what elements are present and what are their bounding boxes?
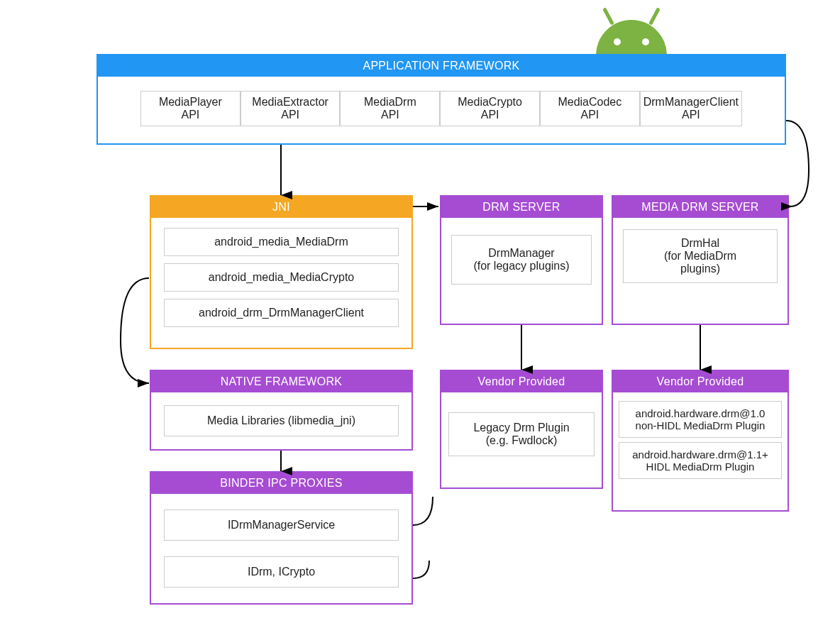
application-framework-header: APPLICATION FRAMEWORK — [98, 55, 785, 77]
android-robot-icon — [589, 7, 674, 54]
drm-server-block: DRM SERVER DrmManager (for legacy plugin… — [440, 195, 603, 325]
drm-manager-cell: DrmManager (for legacy plugins) — [451, 235, 592, 285]
api-label: MediaDrm — [364, 96, 416, 109]
idrmmanagerservice-cell: IDrmManagerService — [164, 509, 399, 541]
media-drm-server-block: MEDIA DRM SERVER DrmHal (for MediaDrm pl… — [612, 195, 789, 325]
binder-header: BINDER IPC PROXIES — [151, 473, 411, 494]
api-label: API — [381, 109, 399, 121]
legacy-plugin-label: Legacy Drm Plugin — [452, 422, 591, 434]
api-mediacodec: MediaCodec API — [540, 91, 640, 126]
api-label: MediaCrypto — [458, 96, 522, 109]
api-label: MediaPlayer — [159, 96, 222, 109]
vendor2-body: android.hardware.drm@1.0 non-HIDL MediaD… — [613, 392, 788, 487]
drm10-cell: android.hardware.drm@1.0 non-HIDL MediaD… — [619, 401, 782, 438]
api-drmmanagerclient: DrmManagerClient API — [640, 91, 742, 126]
drmhal-sublabel: (for MediaDrm — [626, 250, 774, 263]
media-drm-server-header: MEDIA DRM SERVER — [613, 197, 788, 218]
api-mediaextractor: MediaExtractor API — [241, 91, 341, 126]
binder-body: IDrmManagerService IDrm, ICrypto — [151, 494, 411, 603]
api-label: MediaExtractor — [252, 96, 328, 109]
vendor2-header: Vendor Provided — [613, 371, 788, 392]
drm11-cell: android.hardware.drm@1.1+ HIDL MediaDrm … — [619, 442, 782, 479]
native-framework-header: NATIVE FRAMEWORK — [151, 371, 411, 392]
native-framework-body: Media Libraries (libmedia_jni) — [151, 392, 411, 449]
drmhal-cell: DrmHal (for MediaDrm plugins) — [623, 229, 778, 283]
api-label: API — [682, 109, 700, 121]
api-label: DrmManagerClient — [643, 96, 739, 109]
legacy-plugin-sublabel: (e.g. Fwdlock) — [452, 434, 591, 447]
application-framework-body: MediaPlayer API MediaExtractor API Media… — [98, 77, 785, 141]
vendor-provided-hidl-block: Vendor Provided android.hardware.drm@1.0… — [612, 370, 789, 512]
drm10-label: android.hardware.drm@1.0 — [621, 407, 780, 419]
jni-item-mediacrypto: android_media_MediaCrypto — [164, 263, 399, 292]
native-framework-block: NATIVE FRAMEWORK Media Libraries (libmed… — [150, 370, 413, 451]
drmhal-label: DrmHal — [626, 237, 774, 250]
api-label: API — [481, 109, 499, 121]
api-mediaplayer: MediaPlayer API — [140, 91, 241, 126]
jni-header: JNI — [151, 197, 411, 218]
idrm-icrypto-cell: IDrm, ICrypto — [164, 556, 399, 588]
api-label: API — [181, 109, 199, 121]
drm-server-body: DrmManager (for legacy plugins) — [441, 218, 602, 302]
jni-item-drmmanagerclient: android_drm_DrmManagerClient — [164, 299, 399, 327]
legacy-plugin-cell: Legacy Drm Plugin (e.g. Fwdlock) — [448, 412, 595, 456]
api-mediacrypto: MediaCrypto API — [440, 91, 540, 126]
drmhal-sublabel2: plugins) — [626, 263, 774, 275]
api-label: API — [281, 109, 299, 121]
drm11-label: android.hardware.drm@1.1+ — [621, 448, 780, 461]
drm-manager-sublabel: (for legacy plugins) — [455, 260, 588, 272]
api-label: API — [580, 109, 599, 121]
vendor-provided-legacy-block: Vendor Provided Legacy Drm Plugin (e.g. … — [440, 370, 603, 489]
application-framework-block: APPLICATION FRAMEWORK MediaPlayer API Me… — [96, 54, 786, 145]
drm10-sublabel: non-HIDL MediaDrm Plugin — [621, 419, 780, 431]
media-libraries-cell: Media Libraries (libmedia_jni) — [164, 405, 399, 436]
drm11-sublabel: HIDL MediaDrm Plugin — [621, 461, 780, 473]
jni-item-mediadrm: android_media_MediaDrm — [164, 228, 399, 256]
vendor1-body: Legacy Drm Plugin (e.g. Fwdlock) — [441, 392, 602, 476]
api-mediadrm: MediaDrm API — [340, 91, 440, 126]
binder-ipc-proxies-block: BINDER IPC PROXIES IDrmManagerService ID… — [150, 471, 413, 605]
vendor1-header: Vendor Provided — [441, 371, 602, 392]
jni-block: JNI android_media_MediaDrm android_media… — [150, 195, 413, 349]
jni-body: android_media_MediaDrm android_media_Med… — [151, 218, 411, 337]
drm-manager-label: DrmManager — [455, 247, 588, 260]
drm-server-header: DRM SERVER — [441, 197, 602, 218]
api-label: MediaCodec — [558, 96, 621, 109]
media-drm-server-body: DrmHal (for MediaDrm plugins) — [613, 218, 788, 294]
